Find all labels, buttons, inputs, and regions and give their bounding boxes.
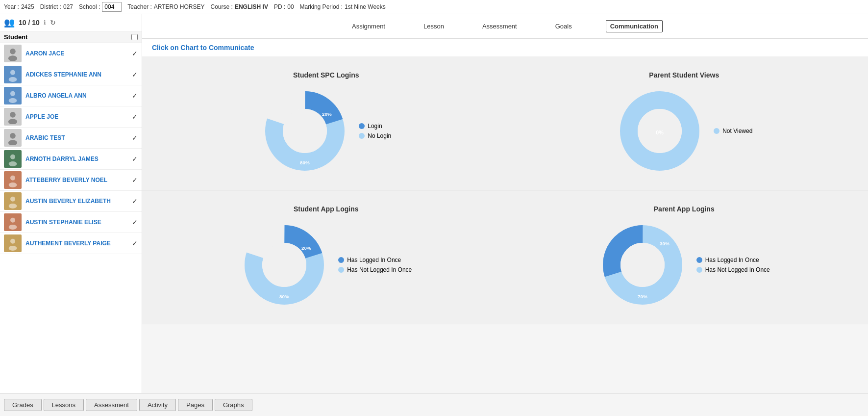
district-field: District : 027 [40,3,73,10]
svg-point-26 [9,246,17,251]
course-field: Course : ENGLISH IV [211,3,268,10]
pd-value: 00 [287,3,294,10]
footer-tab-grades[interactable]: Grades [4,399,42,411]
student-spc-title: Student SPC Logins [293,71,359,79]
parent-logged-once-dot [696,257,702,263]
student-item[interactable]: APPLE JOE✓ [0,106,142,128]
student-item[interactable]: AUSTIN STEPHANIE ELISE✓ [0,212,142,233]
student-check: ✓ [132,218,138,226]
student-avatar [4,150,22,168]
parent-app-donut[interactable]: 70% 30% [598,221,687,309]
year-field: Year : 2425 [4,3,34,10]
svg-point-22 [10,218,15,223]
svg-point-14 [9,161,17,166]
login-dot [359,123,365,129]
student-app-legend: Has Logged In Once Has Not Logged In Onc… [338,257,412,273]
school-field: School : [79,2,122,12]
select-all-checkbox[interactable] [131,34,138,40]
footer-tab-activity[interactable]: Activity [139,399,176,411]
school-label: School : [79,3,100,10]
student-spc-logins-panel[interactable]: Student SPC Logins 80% 20% [152,66,500,180]
footer-tab-graphs[interactable]: Graphs [215,399,252,411]
charts-container: Student SPC Logins 80% 20% [142,56,868,393]
sidebar-header: 👥 10 / 10 ℹ ↻ [0,14,142,31]
teacher-field: Teacher : ARTERO HORSEY [127,3,204,10]
student-check: ✓ [132,71,138,78]
svg-text:20%: 20% [301,245,311,251]
student-app-title: Student App Logins [294,205,358,213]
not-logged-label: Has Not Logged In Once [347,266,412,273]
refresh-icon[interactable]: ↻ [50,19,56,26]
tab-communication[interactable]: Communication [606,20,663,32]
student-avatar [4,234,22,252]
tab-assignment[interactable]: Assignment [347,20,390,32]
svg-point-19 [10,197,15,202]
tab-lesson[interactable]: Lesson [419,20,448,32]
parent-views-donut-wrapper: 0% Not Viewed [616,87,752,175]
student-app-logins-panel[interactable]: Student App Logins 80% 20% Ha [152,200,500,314]
svg-point-1 [8,55,17,61]
student-item[interactable]: ALBRO ANGELA ANN✓ [0,85,142,106]
student-check: ✓ [132,155,138,163]
student-spc-legend: Login No Login [359,123,391,139]
charts-row-1: Student SPC Logins 80% 20% [142,56,868,190]
svg-point-11 [8,140,17,145]
student-item[interactable]: AARON JACE✓ [0,43,142,64]
legend-not-viewed: Not Viewed [714,128,752,134]
nav-tabs: AssignmentLessonAssessmentGoalsCommunica… [142,14,868,39]
parent-logged-once-label: Has Logged In Once [705,257,759,263]
footer-tab-lessons[interactable]: Lessons [44,399,84,411]
year-label: Year : [4,3,19,10]
student-check: ✓ [132,197,138,205]
student-item[interactable]: AUSTIN BEVERLY ELIZABETH✓ [0,191,142,212]
parent-app-title: Parent App Logins [654,205,715,213]
student-avatar [4,66,22,83]
marking-period-field: Marking Period : 1st Nine Weeks [300,3,386,10]
svg-point-37 [262,243,306,287]
student-avatar [4,45,22,62]
svg-text:80%: 80% [279,294,289,299]
svg-text:80%: 80% [300,160,310,165]
tab-goals[interactable]: Goals [551,20,576,32]
svg-text:70%: 70% [638,294,647,299]
parent-student-views-panel[interactable]: Parent Student Views 0% Not Viewed [510,66,859,180]
parent-views-donut[interactable]: 0% [616,87,704,175]
district-value: 027 [63,3,73,10]
school-input[interactable] [102,2,122,12]
svg-point-23 [9,225,17,230]
course-label: Course : [211,3,233,10]
student-item[interactable]: ARNOTH DARRYL JAMES✓ [0,149,142,170]
student-avatar [4,129,22,147]
svg-point-16 [10,176,15,181]
legend-not-logged: Has Not Logged In Once [338,266,412,273]
sidebar: 👥 10 / 10 ℹ ↻ Student AARON JACE✓ ADICKE… [0,14,142,393]
footer-tab-assessment[interactable]: Assessment [86,399,137,411]
legend-login: Login [359,123,391,130]
tab-assessment[interactable]: Assessment [478,20,521,32]
legend-no-login: No Login [359,132,391,139]
student-app-donut-wrapper: 80% 20% Has Logged In Once Has Not Logge… [240,221,412,309]
footer-tabs: GradesLessonsAssessmentActivityPagesGrap… [0,393,868,416]
parent-app-logins-panel[interactable]: Parent App Logins 70% 30% [510,200,859,314]
student-list-header: Student [0,31,142,43]
student-name: ARABIC TEST [25,134,132,141]
student-name: AUSTIN BEVERLY ELIZABETH [25,198,132,205]
student-avatar [4,87,22,104]
student-app-donut[interactable]: 80% 20% [240,221,328,309]
student-item[interactable]: ADICKES STEPHANIE ANN✓ [0,64,142,85]
logged-once-dot [338,257,344,263]
student-item[interactable]: ARABIC TEST✓ [0,128,142,149]
svg-point-42 [620,243,665,287]
student-item[interactable]: AUTHEMENT BEVERLY PAIGE✓ [0,233,142,254]
student-name: AARON JACE [25,50,132,57]
footer-tab-pages[interactable]: Pages [178,399,213,411]
district-label: District : [40,3,61,10]
svg-point-20 [9,204,17,208]
student-item[interactable]: ATTEBERRY BEVERLY NOEL✓ [0,170,142,191]
svg-point-25 [10,239,15,244]
info-icon[interactable]: ℹ [44,19,46,26]
student-spc-donut[interactable]: 80% 20% [261,87,349,175]
student-avatar [4,108,22,126]
login-label: Login [368,123,382,130]
legend-parent-not-logged: Has Not Logged In Once [696,266,770,273]
